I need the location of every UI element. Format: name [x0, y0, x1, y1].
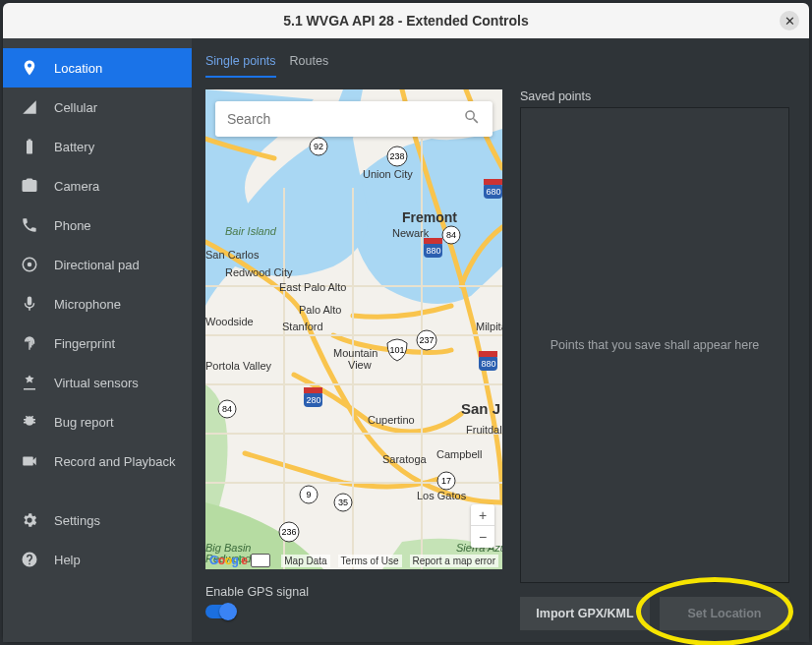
svg-rect-24 [304, 387, 322, 393]
map-label-portola: Portola Valley [205, 360, 272, 372]
zoom-out-button[interactable]: − [471, 526, 494, 548]
map-view[interactable]: Union City Fremont Newark Bair Island Sa… [205, 89, 502, 569]
svg-text:880: 880 [481, 359, 495, 369]
sidebar-item-label: Record and Playback [54, 454, 176, 469]
sidebar-item-label: Fingerprint [54, 336, 115, 351]
shield-9: 9 [300, 486, 318, 503]
sidebar-item-label: Bug report [54, 415, 114, 430]
svg-rect-8 [484, 179, 502, 185]
map-label-cupertino: Cupertino [368, 414, 415, 426]
map-label-sanj: San J [461, 400, 500, 417]
sidebar-item-sensors[interactable]: Virtual sensors [3, 363, 192, 402]
sidebar-item-help[interactable]: Help [3, 540, 192, 579]
map-label-woodside: Woodside [205, 316, 254, 327]
map-canvas: Union City Fremont Newark Bair Island Sa… [205, 89, 502, 569]
sidebar-item-label: Directional pad [54, 258, 140, 272]
gps-signal-label: Enable GPS signal [205, 585, 502, 599]
tab-routes[interactable]: Routes [290, 52, 329, 78]
zoom-control: + − [471, 504, 494, 548]
map-label-fruitdale: Fruitdale [466, 424, 502, 436]
close-icon: ✕ [784, 14, 795, 29]
map-label-milpitas: Milpitas [476, 321, 502, 332]
svg-text:9: 9 [306, 490, 311, 499]
saved-points-placeholder: Points that you save shall appear here [551, 338, 760, 352]
set-location-button[interactable]: Set Location [660, 597, 789, 630]
svg-text:92: 92 [314, 142, 323, 151]
sidebar-item-microphone[interactable]: Microphone [3, 284, 192, 323]
svg-point-1 [28, 263, 32, 267]
gps-signal-toggle[interactable] [205, 605, 235, 618]
shield-880b: 880 [479, 351, 497, 371]
map-label-newark: Newark [392, 227, 430, 239]
saved-points-label: Saved points [520, 89, 789, 103]
gear-icon [21, 511, 38, 529]
help-icon [21, 551, 38, 568]
sidebar-item-camera[interactable]: Camera [3, 166, 192, 205]
sidebar-item-location[interactable]: Location [3, 48, 192, 88]
map-label-unioncity: Union City [363, 168, 413, 180]
location-icon [21, 59, 38, 77]
map-label-epa: East Palo Alto [279, 281, 347, 293]
saved-points-box: Points that you save shall appear here [520, 107, 789, 583]
cellular-icon [21, 98, 38, 116]
dpad-icon [21, 256, 38, 273]
sidebar-item-fingerprint[interactable]: Fingerprint [3, 323, 192, 363]
shield-680: 680 [484, 179, 502, 199]
sidebar-item-label: Microphone [54, 297, 121, 312]
svg-rect-13 [424, 238, 442, 244]
sidebar-item-bugreport[interactable]: Bug report [3, 402, 192, 441]
sensors-icon [21, 374, 38, 391]
svg-text:236: 236 [281, 527, 296, 537]
sidebar-item-label: Settings [54, 513, 100, 528]
shield-880a: 880 [424, 238, 442, 258]
camera-icon [21, 177, 38, 195]
map-data-link[interactable]: Map Data [281, 555, 329, 567]
tab-single-points[interactable]: Single points [205, 52, 276, 78]
search-icon [463, 108, 481, 130]
shield-17: 17 [437, 472, 455, 490]
map-search-box [215, 101, 493, 137]
location-tabs: Single points Routes [205, 52, 789, 78]
keyboard-icon[interactable] [251, 554, 270, 567]
sidebar-item-record[interactable]: Record and Playback [3, 441, 192, 481]
fingerprint-icon [21, 334, 38, 352]
record-icon [21, 452, 38, 470]
map-footer: Google Map Data Terms of Use Report a ma… [209, 554, 498, 567]
shield-84b: 84 [218, 400, 236, 418]
zoom-in-button[interactable]: + [471, 504, 494, 526]
sidebar-item-label: Virtual sensors [54, 376, 139, 390]
svg-text:35: 35 [338, 498, 348, 507]
close-button[interactable]: ✕ [780, 11, 799, 30]
svg-text:280: 280 [306, 395, 320, 405]
svg-text:880: 880 [426, 246, 440, 256]
sidebar-item-battery[interactable]: Battery [3, 127, 192, 166]
shield-236: 236 [279, 522, 299, 542]
svg-text:17: 17 [441, 476, 451, 486]
sidebar-item-cellular[interactable]: Cellular [3, 88, 192, 127]
window-title: 5.1 WVGA API 28 - Extended Controls [283, 13, 528, 29]
shield-237: 237 [417, 330, 436, 350]
map-label-redwood: Redwood City [225, 266, 293, 278]
phone-icon [21, 216, 38, 234]
svg-text:84: 84 [222, 404, 232, 414]
sidebar-item-settings[interactable]: Settings [3, 500, 192, 540]
map-label-fremont: Fremont [402, 209, 457, 225]
sidebar-item-phone[interactable]: Phone [3, 205, 192, 245]
import-gpx-button[interactable]: Import GPX/KML [520, 597, 650, 630]
terms-link[interactable]: Terms of Use [338, 555, 402, 567]
report-error-link[interactable]: Report a map error [410, 555, 498, 567]
svg-text:84: 84 [446, 230, 456, 240]
svg-text:238: 238 [389, 151, 404, 161]
sidebar-item-dpad[interactable]: Directional pad [3, 245, 192, 284]
search-input[interactable] [227, 111, 463, 127]
map-label-losgatos: Los Gatos [417, 490, 467, 501]
sidebar-item-label: Cellular [54, 100, 97, 115]
shield-280: 280 [304, 387, 322, 407]
map-label-bair: Bair Island [225, 225, 277, 237]
map-label-sancarlos: San Carlos [205, 249, 260, 261]
sidebar: Location Cellular Battery Camera Phone D… [3, 38, 192, 642]
battery-icon [21, 138, 38, 155]
bug-icon [21, 413, 38, 431]
shield-35: 35 [334, 494, 352, 511]
shield-84a: 84 [442, 226, 460, 244]
